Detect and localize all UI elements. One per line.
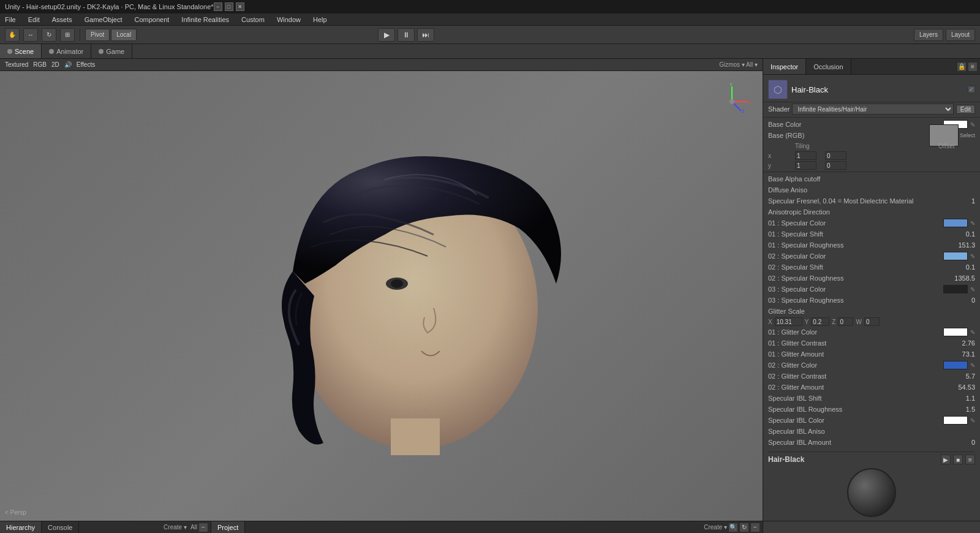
spec1-color-swatch[interactable] bbox=[943, 219, 968, 227]
material-sphere-preview bbox=[847, 468, 896, 517]
menu-help[interactable]: Help bbox=[311, 15, 330, 25]
base-select[interactable]: Select bbox=[960, 132, 975, 138]
footer-play-btn[interactable]: ▶ bbox=[941, 455, 951, 464]
spec-ibl-shift-row: Specular IBL Shift 1.1 bbox=[763, 393, 980, 404]
project-create[interactable]: Create ▾ bbox=[704, 524, 727, 531]
glitter1-color-swatch[interactable] bbox=[943, 328, 968, 336]
asset-checkbox[interactable] bbox=[968, 86, 975, 93]
glitter-z[interactable] bbox=[838, 317, 853, 326]
spec1-shift-row: 01 : Specular Shift 0.1 bbox=[763, 229, 980, 240]
glitter2-color-swatch[interactable] bbox=[943, 361, 968, 369]
menu-edit[interactable]: Edit bbox=[26, 15, 42, 25]
inspector-tab[interactable]: Inspector bbox=[763, 59, 806, 74]
spec-ibl-aniso-row: Specular IBL Aniso bbox=[763, 426, 980, 437]
hierarchy-all[interactable]: All bbox=[190, 524, 197, 531]
project-collapse[interactable]: − bbox=[750, 523, 760, 532]
project-tab[interactable]: Project bbox=[211, 521, 245, 533]
project-search[interactable]: 🔍 bbox=[728, 523, 738, 532]
minimize-button[interactable]: − bbox=[214, 2, 222, 11]
glitter-y[interactable] bbox=[811, 317, 829, 326]
tool-move[interactable]: ↔ bbox=[23, 28, 38, 42]
tool-scale[interactable]: ⊞ bbox=[60, 28, 75, 42]
inspector-menu[interactable]: ≡ bbox=[968, 62, 978, 72]
color-space[interactable]: RGB bbox=[33, 61, 47, 68]
spec2-color-swatch[interactable] bbox=[943, 252, 968, 260]
hierarchy-collapse[interactable]: − bbox=[198, 523, 208, 532]
viewport[interactable]: Textured RGB 2D 🔊 Effects Gizmos ▾ All ▾ bbox=[0, 59, 763, 521]
inspector-footer: Hair-Black ▶ ■ ≡ bbox=[763, 450, 980, 521]
footer-menu-btn[interactable]: ≡ bbox=[965, 455, 975, 464]
shader-row: Shader Infinite Realities/Hair/Hair Edit bbox=[763, 102, 980, 116]
glitter2-color-row: 02 : Glitter Color ✎ bbox=[763, 360, 980, 371]
effects-dropdown[interactable]: Effects bbox=[77, 61, 95, 68]
audio-toggle[interactable]: 🔊 bbox=[64, 61, 72, 68]
hierarchy-controls: Create ▾ All − bbox=[164, 521, 211, 533]
spec-ibl-swatch[interactable] bbox=[943, 416, 968, 425]
tab-animator[interactable]: Animator bbox=[42, 44, 91, 58]
hierarchy-panel: Hierarchy Console Create ▾ All − ▶GI-DOM… bbox=[0, 521, 211, 533]
tab-game[interactable]: Game bbox=[91, 44, 132, 58]
maximize-button[interactable]: □ bbox=[225, 2, 233, 11]
svg-text:Y: Y bbox=[729, 83, 733, 87]
glitter2-amount-row: 02 : Glitter Amount 54.53 bbox=[763, 382, 980, 393]
glitter-scale-row: Glitter Scale bbox=[763, 306, 980, 317]
tiling-y-input[interactable] bbox=[795, 161, 816, 170]
base-rgb-label: Base (RGB) bbox=[768, 132, 927, 139]
render-mode[interactable]: Textured bbox=[5, 61, 28, 68]
spec1-roughness-row: 01 : Specular Roughness 151.3 bbox=[763, 240, 980, 251]
layout-dropdown[interactable]: Layout bbox=[946, 29, 975, 41]
tiling-x-input[interactable] bbox=[795, 151, 816, 160]
menu-file[interactable]: File bbox=[2, 15, 18, 25]
tab-scene[interactable]: Scene bbox=[0, 44, 42, 58]
animator-dot bbox=[49, 49, 54, 54]
gizmo-overlay: X Y Z bbox=[714, 83, 750, 120]
edit-shader-button[interactable]: Edit bbox=[956, 105, 975, 114]
separator-1 bbox=[80, 29, 80, 41]
project-refresh[interactable]: ↻ bbox=[739, 523, 749, 532]
inspector-lock[interactable]: 🔒 bbox=[957, 62, 967, 72]
occlusion-tab[interactable]: Occlusion bbox=[806, 59, 851, 74]
hierarchy-tab[interactable]: Hierarchy bbox=[0, 521, 42, 533]
spec3-color-swatch[interactable] bbox=[943, 285, 968, 293]
footer-buttons: ▶ ■ ≡ bbox=[941, 455, 975, 464]
menu-assets[interactable]: Assets bbox=[50, 15, 75, 25]
tool-hand[interactable]: ✋ bbox=[5, 28, 20, 42]
menu-component[interactable]: Component bbox=[132, 15, 172, 25]
glitter-w[interactable] bbox=[864, 317, 880, 326]
footer-stop-btn[interactable]: ■ bbox=[953, 455, 963, 464]
inspector-content[interactable]: ⬡ Hair-Black Shader Infinite Realities/H… bbox=[763, 75, 980, 450]
inspector-panel: Inspector Occlusion 🔒 ≡ ⬡ Hair-Black Sha… bbox=[763, 59, 980, 521]
shader-dropdown[interactable]: Infinite Realities/Hair/Hair bbox=[792, 104, 953, 115]
tiling-x-row: x bbox=[763, 151, 980, 161]
console-tab[interactable]: Console bbox=[42, 521, 79, 533]
pivot-button[interactable]: Pivot bbox=[85, 29, 110, 41]
layers-dropdown[interactable]: Layers bbox=[914, 29, 943, 41]
2d-toggle[interactable]: 2D bbox=[51, 61, 59, 68]
glitter2-contrast-row: 02 : Glitter Contrast 5.7 bbox=[763, 371, 980, 382]
menu-gameobject[interactable]: GameObject bbox=[82, 15, 125, 25]
inspector-tabs: Inspector Occlusion 🔒 ≡ bbox=[763, 59, 980, 75]
local-button[interactable]: Local bbox=[111, 29, 137, 41]
gizmos-label[interactable]: Gizmos ▾ All ▾ bbox=[719, 61, 758, 68]
offset-y-input[interactable] bbox=[825, 161, 846, 170]
footer-name-row: Hair-Black ▶ ■ ≡ bbox=[768, 452, 975, 464]
game-dot bbox=[99, 49, 104, 54]
step-button[interactable]: ⏭ bbox=[417, 28, 434, 42]
menu-custom[interactable]: Custom bbox=[239, 15, 267, 25]
glitter-x[interactable] bbox=[775, 317, 802, 326]
tool-rotate[interactable]: ↻ bbox=[42, 28, 56, 42]
viewport-toolbar: Textured RGB 2D 🔊 Effects Gizmos ▾ All ▾ bbox=[0, 59, 763, 71]
hierarchy-create[interactable]: Create ▾ bbox=[164, 524, 187, 531]
offset-x-input[interactable] bbox=[825, 151, 846, 160]
asset-icon: ⬡ bbox=[768, 80, 788, 99]
menu-window[interactable]: Window bbox=[274, 15, 303, 25]
footer-name: Hair-Black bbox=[768, 455, 804, 464]
play-button[interactable]: ▶ bbox=[378, 28, 395, 42]
svg-point-9 bbox=[729, 99, 734, 104]
menu-infinite-realities[interactable]: Infinite Realities bbox=[179, 15, 232, 25]
divider-1 bbox=[763, 117, 980, 118]
close-button[interactable]: ✕ bbox=[236, 2, 244, 11]
pause-button[interactable]: ⏸ bbox=[398, 28, 415, 42]
svg-point-5 bbox=[391, 279, 403, 288]
glitter1-contrast-row: 01 : Glitter Contrast 2.76 bbox=[763, 338, 980, 349]
